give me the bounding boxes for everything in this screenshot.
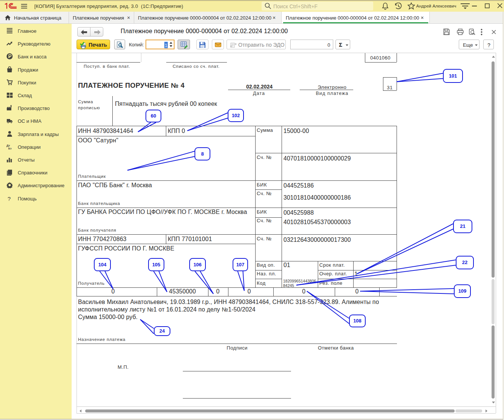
svg-text:Кт: Кт	[8, 147, 12, 150]
svg-text:?: ?	[8, 195, 11, 202]
